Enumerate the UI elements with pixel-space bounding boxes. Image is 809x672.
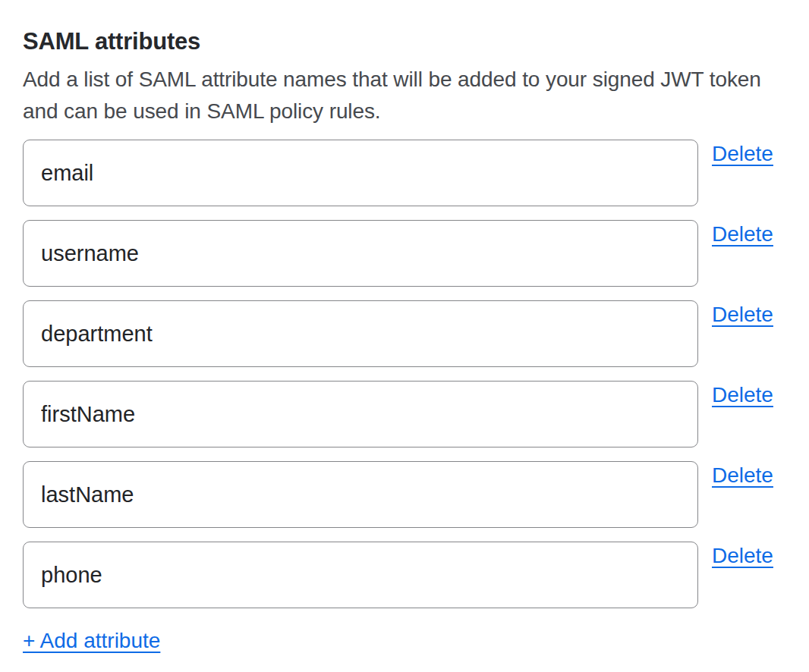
delete-attribute-link[interactable]: Delete xyxy=(712,382,773,408)
attribute-row: Delete xyxy=(23,542,776,608)
attribute-row: Delete xyxy=(23,381,776,447)
attribute-input[interactable] xyxy=(23,140,698,206)
attribute-list: Delete Delete Delete Delete Delete Delet… xyxy=(23,140,776,608)
attribute-input[interactable] xyxy=(23,542,698,608)
add-attribute-link[interactable]: + Add attribute xyxy=(23,628,160,654)
attribute-row: Delete xyxy=(23,140,776,206)
delete-attribute-link[interactable]: Delete xyxy=(712,463,773,488)
attribute-row: Delete xyxy=(23,461,776,528)
attribute-input[interactable] xyxy=(23,381,698,447)
attribute-input[interactable] xyxy=(23,300,698,367)
attribute-input[interactable] xyxy=(23,461,698,528)
section-description: Add a list of SAML attribute names that … xyxy=(23,64,776,127)
add-attribute-row: + Add attribute xyxy=(23,628,776,654)
attribute-row: Delete xyxy=(23,220,776,287)
saml-attributes-section: SAML attributes Add a list of SAML attri… xyxy=(0,0,809,672)
delete-attribute-link[interactable]: Delete xyxy=(712,302,773,328)
delete-attribute-link[interactable]: Delete xyxy=(712,221,773,247)
section-description-line-2: and can be used in SAML policy rules. xyxy=(23,96,776,127)
attribute-row: Delete xyxy=(23,300,776,367)
page-title: SAML attributes xyxy=(23,29,776,55)
delete-attribute-link[interactable]: Delete xyxy=(712,141,773,167)
attribute-input[interactable] xyxy=(23,220,698,287)
delete-attribute-link[interactable]: Delete xyxy=(712,543,773,569)
section-description-line-1: Add a list of SAML attribute names that … xyxy=(23,64,776,96)
